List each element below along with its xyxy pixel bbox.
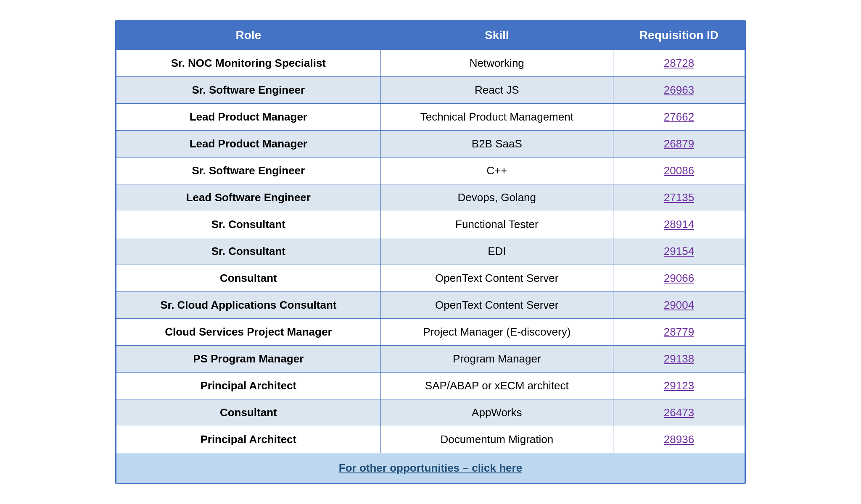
table-row: Sr. ConsultantEDI29154 [116,238,745,265]
req-id-link[interactable]: 28936 [664,433,694,446]
req-id-link[interactable]: 29066 [664,272,694,284]
cell-req-id[interactable]: 29154 [613,238,745,265]
req-id-link[interactable]: 28779 [664,326,694,338]
req-id-link[interactable]: 29138 [664,352,694,365]
cell-req-id[interactable]: 26963 [613,77,745,104]
table-row: Lead Software EngineerDevops, Golang2713… [116,184,745,211]
cell-req-id[interactable]: 29066 [613,265,745,292]
cell-role: Sr. Consultant [116,211,381,238]
cell-req-id[interactable]: 27662 [613,104,745,131]
req-id-link[interactable]: 29154 [664,245,694,257]
table-row: ConsultantAppWorks26473 [116,399,745,426]
footer-cell[interactable]: For other opportunities – click here [116,453,745,483]
cell-skill: C++ [380,158,613,184]
cell-skill: Devops, Golang [380,184,613,211]
cell-skill: OpenText Content Server [380,292,613,319]
cell-req-id[interactable]: 20086 [613,158,745,184]
cell-req-id[interactable]: 28914 [613,211,745,238]
cell-role: PS Program Manager [116,346,381,373]
cell-role: Lead Product Manager [116,131,381,158]
cell-req-id[interactable]: 26473 [613,399,745,426]
table-row: Sr. NOC Monitoring SpecialistNetworking2… [116,50,745,77]
job-table-wrapper: Role Skill Requisition ID Sr. NOC Monito… [115,20,746,484]
table-header-row: Role Skill Requisition ID [116,21,745,50]
req-id-link[interactable]: 29123 [664,379,694,392]
cell-req-id[interactable]: 28779 [613,319,745,346]
req-id-link[interactable]: 28728 [664,57,694,69]
table-row: Lead Product ManagerTechnical Product Ma… [116,104,745,131]
table-row: Sr. Software EngineerC++20086 [116,158,745,184]
job-table: Role Skill Requisition ID Sr. NOC Monito… [116,21,745,483]
cell-role: Sr. Software Engineer [116,158,381,184]
footer-row: For other opportunities – click here [116,453,745,483]
cell-req-id[interactable]: 29004 [613,292,745,319]
cell-role: Cloud Services Project Manager [116,319,381,346]
cell-req-id[interactable]: 29123 [613,373,745,399]
table-row: Principal ArchitectSAP/ABAP or xECM arch… [116,373,745,399]
cell-role: Sr. Software Engineer [116,77,381,104]
table-row: Principal ArchitectDocumentum Migration2… [116,426,745,453]
cell-skill: EDI [380,238,613,265]
req-id-link[interactable]: 20086 [664,164,694,177]
cell-req-id[interactable]: 28936 [613,426,745,453]
table-row: Lead Product ManagerB2B SaaS26879 [116,131,745,158]
req-id-link[interactable]: 26963 [664,84,694,96]
req-id-link[interactable]: 28914 [664,218,694,231]
cell-skill: React JS [380,77,613,104]
cell-skill: Documentum Migration [380,426,613,453]
cell-req-id[interactable]: 26879 [613,131,745,158]
col-header-req-id: Requisition ID [613,21,745,50]
cell-skill: Technical Product Management [380,104,613,131]
cell-req-id[interactable]: 29138 [613,346,745,373]
cell-role: Principal Architect [116,426,381,453]
table-row: Sr. Cloud Applications ConsultantOpenTex… [116,292,745,319]
req-id-link[interactable]: 26879 [664,137,694,150]
req-id-link[interactable]: 29004 [664,299,694,311]
cell-role: Principal Architect [116,373,381,399]
cell-skill: SAP/ABAP or xECM architect [380,373,613,399]
cell-role: Sr. Cloud Applications Consultant [116,292,381,319]
cell-skill: AppWorks [380,399,613,426]
cell-skill: OpenText Content Server [380,265,613,292]
cell-skill: B2B SaaS [380,131,613,158]
cell-role: Consultant [116,265,381,292]
cell-skill: Program Manager [380,346,613,373]
table-row: Sr. Software EngineerReact JS26963 [116,77,745,104]
req-id-link[interactable]: 27662 [664,110,694,123]
col-header-role: Role [116,21,381,50]
cell-role: Sr. Consultant [116,238,381,265]
cell-skill: Project Manager (E-discovery) [380,319,613,346]
table-row: PS Program ManagerProgram Manager29138 [116,346,745,373]
table-row: Sr. ConsultantFunctional Tester28914 [116,211,745,238]
cell-req-id[interactable]: 28728 [613,50,745,77]
table-row: Cloud Services Project ManagerProject Ma… [116,319,745,346]
cell-skill: Functional Tester [380,211,613,238]
cell-role: Lead Software Engineer [116,184,381,211]
req-id-link[interactable]: 27135 [664,191,694,204]
cell-role: Lead Product Manager [116,104,381,131]
req-id-link[interactable]: 26473 [664,406,694,419]
cell-skill: Networking [380,50,613,77]
col-header-skill: Skill [380,21,613,50]
cell-role: Sr. NOC Monitoring Specialist [116,50,381,77]
cell-role: Consultant [116,399,381,426]
footer-link[interactable]: For other opportunities – click here [339,462,522,474]
cell-req-id[interactable]: 27135 [613,184,745,211]
table-row: ConsultantOpenText Content Server29066 [116,265,745,292]
